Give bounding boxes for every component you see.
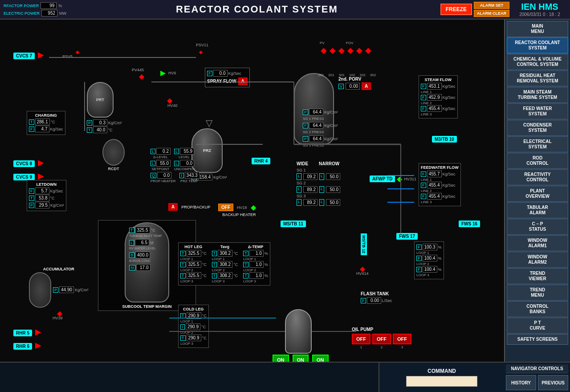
menu-window-alarm2[interactable]: WINDOWALARM2	[507, 252, 568, 268]
afwp-td-section: AFWP TD ◆ HV311	[370, 175, 416, 183]
menu-tabular-alarm[interactable]: TABULARALARM	[507, 202, 568, 218]
menu-window-alarm1[interactable]: WINDOWALARM1	[507, 235, 568, 251]
charging-flow-val: 4.7	[35, 126, 49, 132]
cvcs8-indicator: CVCS 8 ▶	[13, 158, 44, 167]
menu-chemical-volume[interactable]: CHEMICAL & VOLUMECONTROL SYSTEM	[507, 54, 568, 70]
spray-a-button[interactable]: A	[238, 78, 248, 85]
power-display: RFACTOR POWER 99 % ELECTRIC POWER 952 MW	[4, 2, 66, 16]
prz-ul-tag: L	[174, 161, 179, 166]
cl1-t-tag: T	[180, 313, 186, 318]
valve-labels-row: PV POV	[320, 41, 354, 45]
lf3-f-unit: %	[438, 267, 442, 272]
prop-a-button[interactable]: A	[168, 203, 178, 211]
rcp3-on-button[interactable]: ON	[312, 355, 329, 362]
menu-plant-overview[interactable]: PLANTOVERVIEW	[507, 186, 568, 202]
top-valves-row: ◆ ◆ ◆ ◆ ◆ ◆	[321, 45, 371, 55]
prop-backup-section: A PROP/BACKUP	[168, 203, 210, 211]
menu-trend-viewer[interactable]: TRENDVIEWER	[507, 268, 568, 284]
alarm-clear-button[interactable]: ALARM CLEAR	[474, 10, 509, 17]
oil2-button[interactable]: OFF	[372, 334, 391, 344]
sg3-narrow-l-tag: L	[319, 199, 324, 206]
alarm-set-button[interactable]: ALARM SET	[474, 2, 509, 9]
spray-flow-unit: Kg/Sec	[228, 71, 241, 76]
prz-q-tag: Q	[151, 173, 156, 178]
valve-201: ◆	[330, 45, 336, 55]
porv-section: 2nd. PORV V 0.00 A	[338, 77, 371, 90]
rhr5-indicator: RHR 5 ▶	[13, 327, 41, 337]
fw-l3-val: 455.4	[427, 193, 442, 200]
sg1-wide-val: 09.2	[303, 173, 318, 180]
menu-safety-screens[interactable]: SAFETY SCREENS	[507, 334, 568, 345]
valve-numbers-row: 101 201 301 102 202 302	[318, 73, 376, 77]
fw-l2-unit: Kg/Sec	[443, 183, 456, 188]
datetime-display: 2006/03/31 0 : 18 : 2	[519, 12, 560, 17]
menu-residual-heat[interactable]: RESIDUAL HEATREMOVAL SYSTEM	[507, 70, 568, 86]
hl1-sublabel: LOOP 1	[180, 257, 207, 261]
dt1-t-val: 1.0	[249, 250, 264, 257]
menu-trend-menu[interactable]: TRENDMENU	[507, 285, 568, 301]
top-bar: RFACTOR POWER 99 % ELECTRIC POWER 952 MW…	[0, 0, 570, 20]
prz-sl-val: 55.0	[156, 160, 171, 167]
sf-l3-val: 455.4	[427, 105, 442, 112]
sf-l3-f-tag: F	[421, 106, 426, 111]
bottom-left-panel	[0, 363, 379, 392]
oil1-button[interactable]: OFF	[352, 334, 370, 344]
steam-flow-label: STEAM FLOW	[421, 78, 456, 82]
rcdt-label: RCDT	[102, 167, 125, 171]
psv5-label: PSV5	[62, 54, 73, 59]
oil3-button[interactable]: OFF	[393, 334, 411, 344]
rcp2-on-button[interactable]: ON	[293, 355, 309, 362]
menu-electrical[interactable]: ELECTRICALSYSTEM	[507, 136, 568, 152]
command-input[interactable]	[406, 376, 477, 387]
menu-pt-curve[interactable]: P TCURVE	[507, 318, 568, 334]
sg2-narrow-l-tag: L	[319, 186, 324, 193]
oil2-num: 2	[381, 345, 383, 349]
sf-l2-unit: Kg/Sec	[443, 95, 456, 100]
lf1-f-val: 100.3	[423, 244, 437, 250]
tavg3-t-val: 308.2	[218, 272, 232, 279]
sg2-press-val: 64.4	[309, 122, 323, 129]
previous-button[interactable]: PREVIOUS	[538, 375, 568, 390]
lf1-f-tag: F	[416, 245, 422, 250]
hl3-t-val: 325.5	[187, 272, 201, 279]
bottom-bar: COMMAND NAVIGATOR CONTROLS HISTORY PREVI…	[0, 362, 570, 392]
letdown-temp-unit: °C	[50, 196, 55, 200]
fws16-label: FWS 16	[459, 220, 480, 227]
psv11-valve: ⬥	[198, 46, 204, 57]
cl1-t-val: 290.9	[187, 312, 201, 319]
menu-control-banks[interactable]: CONTROLBANKS	[507, 301, 568, 317]
dt1-t-tag: T	[243, 251, 248, 256]
nav-controls-label: NAVIGATOR CONTROLS	[506, 364, 568, 373]
menu-reactivity[interactable]: REACTIVITYCONTROL	[507, 169, 568, 185]
sg3-wide-val: 89.2	[303, 199, 318, 206]
fw-l3-sublabel: LINE 3	[421, 200, 459, 204]
menu-cp-status[interactable]: C – PSTATUS	[507, 219, 568, 235]
hl1-t-tag: T	[180, 251, 186, 256]
prz-heater-icon: ▽	[191, 118, 227, 128]
spray-flow-label: SPRAY FLOW	[207, 79, 236, 84]
history-button[interactable]: HISTORY	[506, 375, 536, 390]
menu-main-menu[interactable]: MAINMENU	[507, 21, 568, 37]
subcool-l-unit: M	[150, 241, 154, 245]
uncompen-label: UNCOMPEN	[174, 167, 195, 171]
prz-q-val: 0.0	[157, 172, 171, 179]
menu-condenser[interactable]: CONDENSERSYSTEM	[507, 120, 568, 136]
backup-off-button[interactable]: OFF	[218, 204, 233, 211]
subcool-b-tag: B	[129, 253, 134, 258]
subcool-l-tag: L	[129, 240, 134, 245]
letdown-press-val: 29.5	[35, 202, 49, 208]
prz-dl-val: 0.2	[156, 148, 171, 155]
menu-feed-water[interactable]: FEED WATERSYSTEM	[507, 103, 568, 119]
subcool-t-val: 325.5	[135, 227, 150, 233]
bottom-right-panel: NAVIGATOR CONTROLS HISTORY PREVIOUS	[504, 363, 570, 392]
freeze-button[interactable]: FREEZE	[440, 4, 472, 15]
hl3-t-tag: T	[180, 273, 186, 278]
menu-main-steam-turbine[interactable]: MAIN STEAMTURBINE SYSTEM	[507, 87, 568, 103]
prz-press-unit: Kg/Cm²	[213, 175, 227, 180]
prt-pressure-unit: Kg/Cm²	[108, 121, 122, 125]
rcp1-on-button[interactable]: ON	[273, 355, 289, 362]
menu-rod-control[interactable]: RODCONTROL	[507, 153, 568, 169]
porv-a-button[interactable]: A	[362, 82, 371, 90]
menu-reactor-coolant[interactable]: REACTOR COOLANTSYSTEM	[507, 37, 568, 53]
subcool-m-val: 17.0	[136, 264, 151, 271]
